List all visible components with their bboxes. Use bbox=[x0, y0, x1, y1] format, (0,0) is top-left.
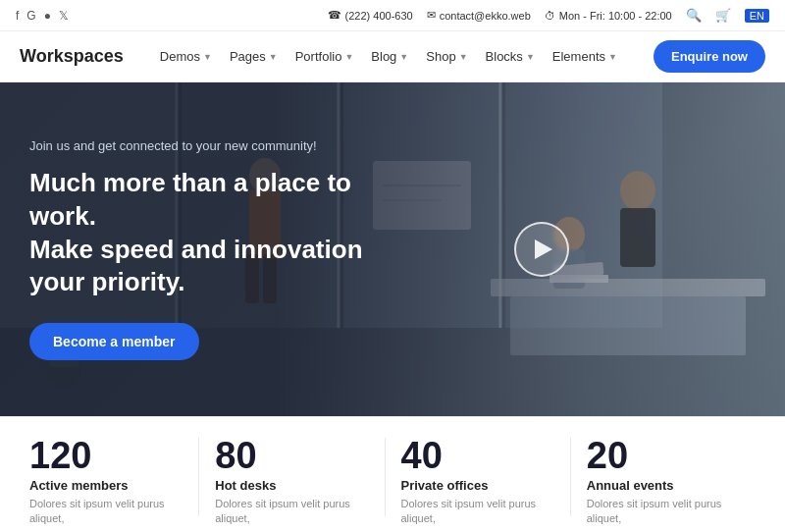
contact-info: ☎ (222) 400-630 ✉ contact@ekko.web ⏱ Mon… bbox=[328, 8, 769, 23]
twitter-icon[interactable]: 𝕏 bbox=[59, 9, 69, 23]
language-flag[interactable]: EN bbox=[745, 9, 769, 23]
nav-shop[interactable]: Shop ▼ bbox=[426, 49, 467, 64]
brand-logo[interactable]: Workspaces bbox=[20, 46, 124, 67]
chevron-down-icon: ▼ bbox=[608, 52, 617, 62]
stat-desc-2: Dolores sit ipsum velit purus aliquet, bbox=[215, 497, 368, 527]
nav-demos[interactable]: Demos ▼ bbox=[160, 49, 212, 64]
nav-portfolio[interactable]: Portfolio ▼ bbox=[295, 49, 354, 64]
play-icon bbox=[535, 239, 552, 259]
stat-active-members: 120 Active members Dolores sit ipsum vel… bbox=[29, 437, 198, 527]
hours-contact: ⏱ Mon - Fri: 10:00 - 22:00 bbox=[545, 10, 672, 22]
top-bar: f G ● 𝕏 ☎ (222) 400-630 ✉ contact@ekko.w… bbox=[0, 0, 785, 31]
phone-icon: ☎ bbox=[328, 9, 341, 22]
email-address: contact@ekko.web bbox=[440, 10, 531, 22]
become-member-button[interactable]: Become a member bbox=[29, 323, 199, 360]
play-button[interactable] bbox=[514, 222, 569, 277]
social-links: f G ● 𝕏 bbox=[16, 9, 69, 23]
hero-content: Join us and get connected to your new co… bbox=[0, 138, 451, 360]
stat-number-4: 20 bbox=[587, 437, 740, 474]
email-icon: ✉ bbox=[427, 9, 436, 22]
facebook-icon[interactable]: f bbox=[16, 9, 19, 23]
nav-pages[interactable]: Pages ▼ bbox=[230, 49, 278, 64]
chevron-down-icon: ▼ bbox=[269, 52, 278, 62]
phone-number: (222) 400-630 bbox=[345, 10, 413, 22]
email-contact: ✉ contact@ekko.web bbox=[427, 9, 531, 22]
chevron-down-icon: ▼ bbox=[399, 52, 408, 62]
hero-section: Join us and get connected to your new co… bbox=[0, 82, 785, 416]
main-nav: Workspaces Demos ▼ Pages ▼ Portfolio ▼ B… bbox=[0, 31, 785, 82]
enquire-button[interactable]: Enquire now bbox=[654, 40, 765, 73]
chevron-down-icon: ▼ bbox=[344, 52, 353, 62]
stat-desc-1: Dolores sit ipsum velit purus aliquet, bbox=[29, 497, 183, 527]
stat-number-3: 40 bbox=[401, 437, 554, 474]
phone-contact: ☎ (222) 400-630 bbox=[328, 9, 413, 22]
stat-label-3: Private offices bbox=[401, 478, 554, 493]
stat-number-1: 120 bbox=[29, 437, 183, 474]
clock-icon: ⏱ bbox=[545, 10, 555, 22]
stat-divider-3 bbox=[570, 438, 571, 516]
stat-divider-1 bbox=[198, 438, 199, 516]
business-hours: Mon - Fri: 10:00 - 22:00 bbox=[559, 10, 672, 22]
stat-hot-desks: 80 Hot desks Dolores sit ipsum velit pur… bbox=[215, 437, 384, 527]
chevron-down-icon: ▼ bbox=[203, 52, 212, 62]
instagram-icon[interactable]: ● bbox=[44, 9, 51, 23]
nav-blog[interactable]: Blog ▼ bbox=[371, 49, 408, 64]
stat-private-offices: 40 Private offices Dolores sit ipsum vel… bbox=[401, 437, 570, 527]
hero-subtitle: Join us and get connected to your new co… bbox=[29, 138, 422, 153]
nav-elements[interactable]: Elements ▼ bbox=[552, 49, 617, 64]
hero-title: Much more than a place to work. Make spe… bbox=[29, 167, 422, 299]
chevron-down-icon: ▼ bbox=[526, 52, 535, 62]
stat-divider-2 bbox=[385, 438, 386, 516]
stats-section: 120 Active members Dolores sit ipsum vel… bbox=[0, 416, 785, 532]
nav-blocks[interactable]: Blocks ▼ bbox=[486, 49, 535, 64]
stat-desc-4: Dolores sit ipsum velit purus aliquet, bbox=[587, 497, 740, 527]
google-icon[interactable]: G bbox=[26, 9, 35, 23]
chevron-down-icon: ▼ bbox=[459, 52, 468, 62]
stat-label-4: Annual events bbox=[587, 478, 740, 493]
stat-number-2: 80 bbox=[215, 437, 368, 474]
stat-label-2: Hot desks bbox=[215, 478, 368, 493]
stat-annual-events: 20 Annual events Dolores sit ipsum velit… bbox=[587, 437, 756, 527]
stat-label-1: Active members bbox=[29, 478, 183, 493]
search-icon[interactable]: 🔍 bbox=[686, 8, 702, 23]
nav-links: Demos ▼ Pages ▼ Portfolio ▼ Blog ▼ Shop … bbox=[160, 49, 617, 64]
stat-desc-3: Dolores sit ipsum velit purus aliquet, bbox=[401, 497, 554, 527]
cart-icon[interactable]: 🛒 bbox=[715, 8, 731, 23]
